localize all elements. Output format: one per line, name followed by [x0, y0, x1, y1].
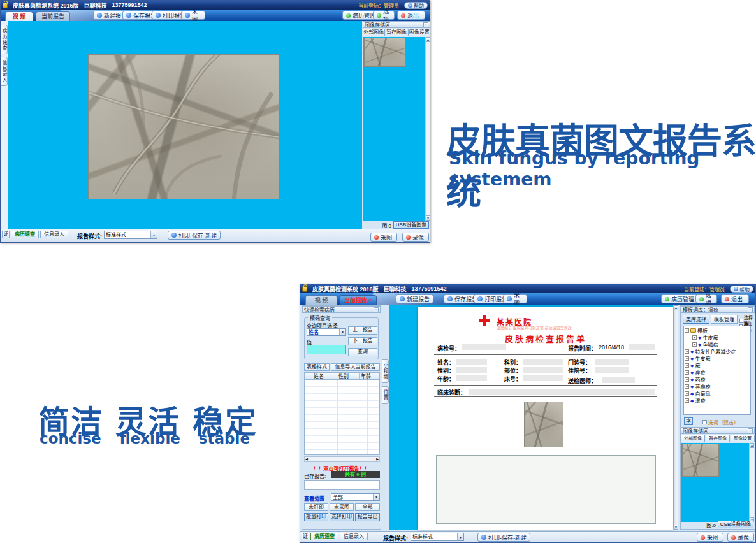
- table-style-button[interactable]: 表格样式: [304, 363, 330, 371]
- help-button[interactable]: ? 帮助: [404, 2, 428, 9]
- storage-close-icon[interactable]: ▫: [423, 22, 428, 27]
- scroll-right-icon[interactable]: ▶: [375, 457, 379, 461]
- options-button[interactable]: 选项: [373, 11, 395, 20]
- tree-item[interactable]: +◆荨麻疹: [685, 383, 750, 390]
- external-images-button[interactable]: 外部图像: [363, 29, 385, 36]
- capture-bottom-button[interactable]: 采图: [370, 233, 397, 242]
- info-entry-button[interactable]: 信息录入: [340, 533, 368, 540]
- storage-thumbnail[interactable]: [682, 444, 719, 477]
- scroll-up-icon[interactable]: ▲: [750, 443, 754, 448]
- scroll-up-icon[interactable]: ▲: [426, 37, 430, 42]
- expander-icon[interactable]: +: [685, 398, 689, 403]
- view-range-select[interactable]: 全部 ▼: [331, 493, 380, 501]
- report-micrograph-image[interactable]: [524, 402, 563, 447]
- tree-item[interactable]: +◆白癜风: [685, 390, 750, 397]
- image-settings-button[interactable]: 图像设置: [731, 435, 755, 442]
- select-print-button[interactable]: 选择打印: [330, 513, 354, 521]
- tab-video[interactable]: 视 频: [305, 295, 337, 305]
- expander-icon[interactable]: +: [692, 335, 697, 340]
- expander-icon[interactable]: +: [685, 384, 689, 389]
- expander-icon[interactable]: +: [692, 342, 697, 347]
- value-input[interactable]: [307, 345, 346, 354]
- select-arrow-icon[interactable]: ▼: [373, 494, 379, 500]
- template-tree[interactable]: -模板 +◆牛皮癣 +◆鱼鳞病 +◆特发性色素减少症 +◆牛皮癣 +◆癣 +◆痤…: [683, 326, 751, 415]
- sidebar-tab-small-video[interactable]: 小视频: [382, 359, 389, 383]
- sidebar-tab-info-entry[interactable]: 信息录入: [1, 57, 8, 86]
- scroll-down-icon[interactable]: ▼: [674, 525, 678, 530]
- cert-button[interactable]: 证: [2, 231, 10, 238]
- storage-thumbnail[interactable]: [364, 38, 406, 67]
- template-manage-button[interactable]: 模板管理: [711, 315, 738, 324]
- tree-item[interactable]: +◆牛皮癣: [685, 355, 750, 362]
- image-settings-button[interactable]: 图像设置: [408, 29, 430, 36]
- exit-button[interactable]: 退出: [721, 294, 749, 303]
- quick-search-button[interactable]: 病历速查: [11, 231, 39, 238]
- new-report-button[interactable]: 新建报告: [396, 294, 433, 303]
- info-entry-button[interactable]: 信息录入: [40, 231, 68, 238]
- usb-device-button[interactable]: USB设备图像: [718, 521, 753, 528]
- temp-images-button[interactable]: 暂存图像: [706, 435, 730, 442]
- report-text-area[interactable]: [436, 455, 656, 524]
- usb-device-button[interactable]: USB设备图像: [393, 221, 429, 229]
- capture-button[interactable]: 采图: [181, 11, 205, 20]
- cert-button[interactable]: 证: [302, 533, 309, 540]
- expander-icon[interactable]: +: [685, 356, 689, 361]
- storage-scrollbar[interactable]: ▲ ▼: [425, 37, 430, 221]
- help-button[interactable]: ? 帮助: [730, 286, 753, 293]
- tree-item[interactable]: +◆特发性色素减少症: [685, 348, 750, 355]
- tree-item[interactable]: -模板: [685, 327, 750, 334]
- all-button[interactable]: 全部: [355, 503, 380, 511]
- tree-item[interactable]: +◆鱼鳞病: [685, 341, 750, 348]
- char-button[interactable]: 字: [684, 417, 693, 425]
- options-button[interactable]: 选项: [695, 294, 717, 303]
- scroll-down-icon[interactable]: ▼: [426, 215, 430, 221]
- quick-search-button[interactable]: 病历速查: [310, 533, 338, 540]
- batch-print-button[interactable]: 批量打印: [304, 513, 328, 521]
- storage-close-icon[interactable]: ▫: [748, 428, 753, 433]
- report-style-select[interactable]: 标准样式 ▼: [104, 231, 157, 239]
- results-table[interactable]: 姓名 性别 年龄: [304, 372, 380, 455]
- results-table-body[interactable]: [304, 380, 380, 455]
- import-info-button[interactable]: 信息导入当前报告: [331, 363, 380, 371]
- temp-images-button[interactable]: 暂存图像: [386, 29, 408, 36]
- capture-bottom-button[interactable]: 采图: [697, 533, 723, 542]
- not-captured-button[interactable]: 未采图: [330, 503, 354, 511]
- expander-icon[interactable]: +: [685, 363, 689, 368]
- lib-select-button[interactable]: 类库选择: [683, 315, 709, 324]
- prev-report-button[interactable]: 上一报告: [348, 326, 377, 335]
- tree-item[interactable]: +◆癣: [685, 362, 750, 369]
- tab-current-report[interactable]: 当前报告 <: [340, 295, 377, 305]
- expander-icon[interactable]: +: [685, 391, 689, 396]
- expander-icon[interactable]: +: [685, 377, 689, 382]
- expander-icon[interactable]: -: [685, 328, 689, 333]
- next-report-button[interactable]: 下一报告: [348, 337, 377, 345]
- storage-scrollbar[interactable]: ▲ ▼: [749, 443, 754, 522]
- not-printed-button[interactable]: 未打印: [304, 503, 328, 511]
- tree-item[interactable]: +◆牛皮癣: [685, 334, 750, 341]
- records-button[interactable]: 病历管理: [661, 294, 698, 303]
- tab-current-report[interactable]: 当前报告 <: [36, 11, 70, 21]
- field-select[interactable]: 姓名 ▼: [307, 328, 346, 336]
- word-select-checkbox[interactable]: 选词（双击）: [702, 419, 739, 426]
- expander-icon[interactable]: +: [685, 370, 689, 375]
- record-button[interactable]: 录像: [727, 533, 754, 542]
- print-save-new-button[interactable]: 打印-保存-新建: [477, 533, 530, 542]
- capture-button[interactable]: 采图: [503, 294, 527, 303]
- tree-item[interactable]: +◆药疹: [685, 376, 750, 383]
- template-close-icon[interactable]: ▫: [748, 307, 753, 312]
- print-save-new-button[interactable]: 打印-保存-新建: [168, 231, 221, 240]
- sidebar-tab-quick-search[interactable]: 病历速查: [1, 25, 8, 54]
- query-button[interactable]: 查询: [348, 348, 377, 356]
- select-arrow-icon[interactable]: ▼: [150, 231, 157, 238]
- select-arrow-icon[interactable]: ▼: [339, 329, 345, 335]
- export-report-button[interactable]: 报告导出: [355, 513, 380, 521]
- tree-item[interactable]: +◆湿疹: [685, 397, 750, 404]
- report-style-select[interactable]: 标准样式 ▼: [411, 533, 464, 541]
- scroll-up-icon[interactable]: ▲: [674, 305, 678, 310]
- scroll-left-icon[interactable]: ◀: [305, 457, 309, 461]
- tab-video[interactable]: 视 频: [5, 11, 33, 21]
- external-images-button[interactable]: 外部图像: [681, 435, 705, 442]
- exit-button[interactable]: 退出: [397, 11, 425, 20]
- select-arrow-icon[interactable]: ▼: [457, 533, 463, 540]
- sidebar-tab-position[interactable]: 位置: [382, 386, 389, 404]
